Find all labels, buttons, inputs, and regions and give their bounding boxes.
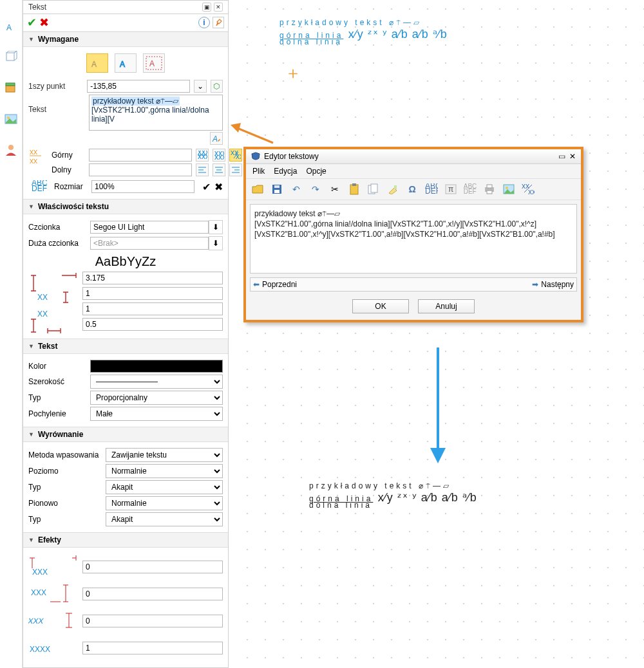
align-type1-select[interactable]: Akapit <box>106 480 223 494</box>
font-input[interactable] <box>90 221 209 234</box>
sidebar-user-icon[interactable] <box>4 143 18 157</box>
prev-button[interactable]: ⬅ Poprzedni <box>253 280 297 289</box>
effect-input-3[interactable] <box>82 615 223 627</box>
panel-close-icon[interactable]: ✕ <box>214 3 223 12</box>
effect-icon-2: XXX <box>28 582 79 606</box>
section-effects[interactable]: Efekty <box>23 532 228 548</box>
lower-input[interactable] <box>89 163 192 176</box>
effect-icon-1: XXX <box>28 555 79 579</box>
slant-label: Pochylenie <box>28 409 90 418</box>
spacing-input-4[interactable] <box>82 318 223 331</box>
abcdef-toolbar-icon[interactable]: ABCDEF <box>425 183 438 196</box>
panel-collapse-icon[interactable]: ▣ <box>202 3 211 12</box>
frac-btn-2[interactable]: xxxxxx <box>213 149 225 162</box>
menu-file[interactable]: Plik <box>252 167 265 176</box>
menu-edit[interactable]: Edycja <box>274 167 297 176</box>
section-align-label: Wyrównanie <box>38 430 83 439</box>
text-content-line1: przykładowy tekst ⌀⍑—▱ <box>91 97 180 106</box>
sidebar-image-icon[interactable] <box>4 112 18 126</box>
section-required[interactable]: Wymagane <box>23 32 228 47</box>
menu-options[interactable]: Opcje <box>306 167 326 176</box>
sidebar-text-icon[interactable]: A <box>4 19 18 33</box>
upper-label: Górny <box>52 151 85 160</box>
svg-point-6 <box>8 145 14 150</box>
vert-select[interactable]: Normalnie <box>106 496 223 510</box>
first-point-pick-icon[interactable]: ⬡ <box>211 80 223 93</box>
editor-cancel-button[interactable]: Anuluj <box>418 299 475 313</box>
editor-close-icon[interactable]: ✕ <box>569 152 576 161</box>
spacing-input-2[interactable] <box>82 287 223 300</box>
section-align[interactable]: Wyrównanie <box>23 427 228 442</box>
svg-rect-2 <box>6 86 15 92</box>
cut-icon[interactable]: ✂ <box>328 183 341 196</box>
svg-text:π: π <box>448 185 453 194</box>
svg-text:DEF: DEF <box>425 187 438 195</box>
width-select[interactable]: ———————— <box>90 375 223 389</box>
drawing-canvas: przykładowy tekst ⌀⍑—▱ górna linia x⁄y ᶻ… <box>238 0 644 668</box>
first-point-expand-icon[interactable]: ⌄ <box>194 80 206 93</box>
spacing-input-1[interactable] <box>82 272 223 284</box>
picture-icon[interactable] <box>502 183 515 196</box>
spacing-input-3[interactable] <box>82 302 223 315</box>
editor-titlebar: Edytor tekstowy ▭ ✕ <box>246 149 581 164</box>
text-content-area[interactable]: przykładowy tekst ⌀⍑—▱ [VxSTK2"H1.00",gó… <box>89 95 223 131</box>
text-panel: Tekst ▣ ✕ ✔ ✖ i Wymagane A A A 1szy pu <box>23 0 229 668</box>
color-swatch[interactable] <box>90 360 223 373</box>
effect-input-1[interactable] <box>82 561 223 573</box>
section-text[interactable]: Tekst <box>23 339 228 354</box>
size-input[interactable] <box>91 180 194 193</box>
sidebar-package-icon[interactable] <box>4 81 18 95</box>
align-btn-2[interactable] <box>213 163 225 176</box>
copy-icon[interactable] <box>367 183 380 196</box>
clear-icon[interactable] <box>386 183 399 196</box>
align-btn-1[interactable] <box>196 163 209 176</box>
align-type2-select[interactable]: Akapit <box>106 512 223 526</box>
svg-text:XXXX: XXXX <box>30 645 50 654</box>
horiz-select[interactable]: Normalnie <box>106 464 223 478</box>
bigfont-input[interactable] <box>90 237 209 250</box>
type-select[interactable]: Proporcjonalny <box>90 391 223 405</box>
cancel-button[interactable]: ✖ <box>39 15 49 30</box>
sidebar-cube-icon[interactable] <box>4 50 18 64</box>
next-button[interactable]: ➡ Następny <box>532 280 574 289</box>
bigfont-dropdown-button[interactable]: ⬇ <box>209 236 223 250</box>
undo-icon[interactable]: ↶ <box>290 183 303 196</box>
svg-rect-50 <box>371 184 377 192</box>
effect-input-2[interactable] <box>82 588 223 600</box>
effect-input-4[interactable] <box>82 642 223 654</box>
pin-icon[interactable] <box>213 17 224 28</box>
type-solid-button[interactable]: A <box>86 53 108 73</box>
redo-icon[interactable]: ↷ <box>309 183 322 196</box>
editor-min-icon[interactable]: ▭ <box>558 152 565 161</box>
size-accept-button[interactable]: ✔ <box>202 181 211 193</box>
editor-ok-button[interactable]: OK <box>352 299 409 313</box>
type-boxed-button[interactable]: A <box>143 53 165 73</box>
open-icon[interactable] <box>251 183 264 196</box>
open-editor-button[interactable]: A <box>210 132 223 145</box>
first-point-input[interactable] <box>87 80 190 93</box>
frac-btn-1[interactable]: xxxxxx <box>196 149 209 162</box>
upper-input[interactable] <box>89 149 192 162</box>
editor-title-text: Edytor tekstowy <box>264 152 319 161</box>
section-textprops[interactable]: Właściwości tekstu <box>23 199 228 214</box>
tekst-label: Tekst <box>28 105 85 114</box>
pi-icon[interactable]: π <box>444 183 457 196</box>
type-outline-button[interactable]: A <box>115 53 137 73</box>
abc-strike-icon[interactable]: ABCDEF <box>464 183 477 196</box>
size-cancel-button[interactable]: ✖ <box>214 181 223 193</box>
fraction-toolbar-icon[interactable]: xxxx <box>522 183 535 196</box>
paste-icon[interactable] <box>348 183 361 196</box>
printer-icon[interactable] <box>483 183 496 196</box>
fit-select[interactable]: Zawijanie tekstu <box>106 448 223 462</box>
omega-icon[interactable]: Ω <box>406 183 419 196</box>
font-dropdown-button[interactable]: ⬇ <box>209 220 223 234</box>
accept-button[interactable]: ✔ <box>27 15 37 30</box>
save-icon[interactable] <box>270 183 283 196</box>
editor-menu: Plik Edycja Opcje <box>246 164 581 179</box>
slant-select[interactable]: Małe <box>90 407 223 421</box>
abcdef-icon[interactable]: ABCDEF <box>28 180 50 193</box>
svg-text:xx: xx <box>30 156 37 165</box>
svg-text:A: A <box>212 135 218 143</box>
editor-textarea[interactable]: przykładowy tekst ⌀⍑—▱ [VxSTK2"H1.00",gó… <box>250 204 577 274</box>
info-icon[interactable]: i <box>198 17 210 28</box>
